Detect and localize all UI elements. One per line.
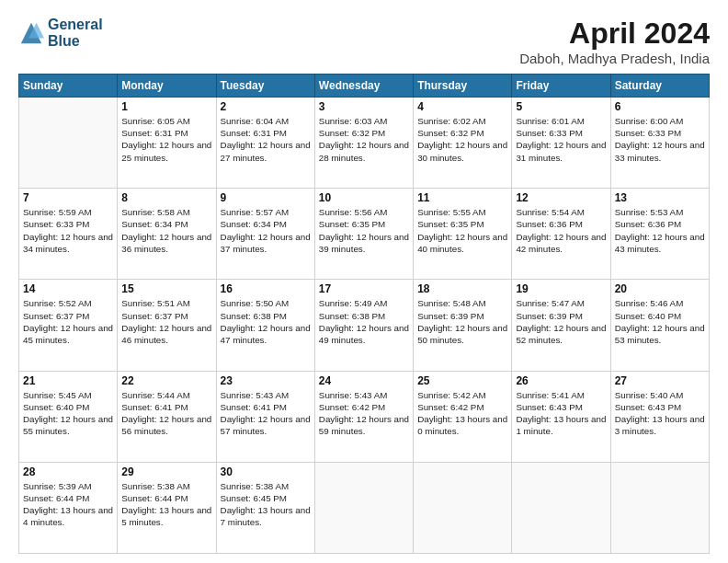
logo-line2: Blue — [48, 33, 103, 50]
col-saturday: Saturday — [610, 75, 709, 98]
logo-icon — [18, 20, 44, 46]
day-number: 22 — [121, 374, 211, 387]
day-cell: 24Sunrise: 5:43 AM Sunset: 6:42 PM Dayli… — [314, 371, 413, 462]
day-info: Sunrise: 5:45 AM Sunset: 6:40 PM Dayligh… — [23, 389, 113, 438]
day-info: Sunrise: 5:59 AM Sunset: 6:33 PM Dayligh… — [23, 206, 113, 255]
page: General Blue April 2024 Daboh, Madhya Pr… — [0, 0, 728, 563]
day-info: Sunrise: 5:46 AM Sunset: 6:40 PM Dayligh… — [615, 297, 705, 346]
day-cell: 13Sunrise: 5:53 AM Sunset: 6:36 PM Dayli… — [610, 189, 709, 280]
day-cell: 5Sunrise: 6:01 AM Sunset: 6:33 PM Daylig… — [512, 98, 610, 189]
day-cell — [512, 462, 610, 553]
day-number: 6 — [615, 100, 705, 113]
day-info: Sunrise: 5:40 AM Sunset: 6:43 PM Dayligh… — [615, 389, 705, 438]
day-number: 15 — [121, 282, 211, 295]
day-info: Sunrise: 5:53 AM Sunset: 6:36 PM Dayligh… — [615, 206, 705, 255]
day-info: Sunrise: 5:39 AM Sunset: 6:44 PM Dayligh… — [23, 480, 113, 529]
day-cell: 15Sunrise: 5:51 AM Sunset: 6:37 PM Dayli… — [118, 280, 216, 371]
day-info: Sunrise: 5:47 AM Sunset: 6:39 PM Dayligh… — [516, 297, 606, 346]
day-info: Sunrise: 6:00 AM Sunset: 6:33 PM Dayligh… — [615, 115, 705, 164]
week-row-1: 7Sunrise: 5:59 AM Sunset: 6:33 PM Daylig… — [19, 189, 710, 280]
day-cell: 11Sunrise: 5:55 AM Sunset: 6:35 PM Dayli… — [414, 189, 512, 280]
day-info: Sunrise: 6:04 AM Sunset: 6:31 PM Dayligh… — [221, 115, 311, 164]
day-info: Sunrise: 5:54 AM Sunset: 6:36 PM Dayligh… — [516, 206, 606, 255]
day-cell: 29Sunrise: 5:38 AM Sunset: 6:44 PM Dayli… — [118, 462, 216, 553]
day-number: 1 — [121, 100, 211, 113]
day-number: 17 — [319, 282, 409, 295]
day-number: 3 — [319, 100, 409, 113]
day-number: 10 — [319, 191, 409, 204]
col-monday: Monday — [118, 75, 216, 98]
day-cell: 28Sunrise: 5:39 AM Sunset: 6:44 PM Dayli… — [19, 462, 118, 553]
day-cell: 17Sunrise: 5:49 AM Sunset: 6:38 PM Dayli… — [314, 280, 413, 371]
day-number: 5 — [516, 100, 606, 113]
day-number: 9 — [221, 191, 311, 204]
day-cell — [414, 462, 512, 553]
day-number: 25 — [417, 374, 507, 387]
day-info: Sunrise: 5:41 AM Sunset: 6:43 PM Dayligh… — [516, 389, 606, 438]
week-row-0: 1Sunrise: 6:05 AM Sunset: 6:31 PM Daylig… — [19, 98, 710, 189]
day-info: Sunrise: 6:02 AM Sunset: 6:32 PM Dayligh… — [417, 115, 507, 164]
day-cell: 27Sunrise: 5:40 AM Sunset: 6:43 PM Dayli… — [610, 371, 709, 462]
day-number: 24 — [319, 374, 409, 387]
day-number: 21 — [23, 374, 113, 387]
day-number: 4 — [417, 100, 507, 113]
day-number: 12 — [516, 191, 606, 204]
day-cell: 20Sunrise: 5:46 AM Sunset: 6:40 PM Dayli… — [610, 280, 709, 371]
header: General Blue April 2024 Daboh, Madhya Pr… — [18, 17, 710, 66]
day-number: 18 — [417, 282, 507, 295]
week-row-2: 14Sunrise: 5:52 AM Sunset: 6:37 PM Dayli… — [19, 280, 710, 371]
day-number: 8 — [121, 191, 211, 204]
day-info: Sunrise: 6:05 AM Sunset: 6:31 PM Dayligh… — [121, 115, 211, 164]
calendar-body: 1Sunrise: 6:05 AM Sunset: 6:31 PM Daylig… — [19, 98, 710, 554]
day-cell: 7Sunrise: 5:59 AM Sunset: 6:33 PM Daylig… — [19, 189, 118, 280]
day-cell: 19Sunrise: 5:47 AM Sunset: 6:39 PM Dayli… — [512, 280, 610, 371]
day-info: Sunrise: 5:44 AM Sunset: 6:41 PM Dayligh… — [121, 389, 211, 438]
day-info: Sunrise: 5:56 AM Sunset: 6:35 PM Dayligh… — [319, 206, 409, 255]
col-thursday: Thursday — [414, 75, 512, 98]
day-cell: 10Sunrise: 5:56 AM Sunset: 6:35 PM Dayli… — [314, 189, 413, 280]
col-wednesday: Wednesday — [314, 75, 413, 98]
subtitle: Daboh, Madhya Pradesh, India — [519, 51, 710, 66]
day-cell: 4Sunrise: 6:02 AM Sunset: 6:32 PM Daylig… — [414, 98, 512, 189]
day-number: 30 — [221, 465, 311, 478]
day-number: 20 — [615, 282, 705, 295]
day-number: 29 — [121, 465, 211, 478]
day-info: Sunrise: 5:55 AM Sunset: 6:35 PM Dayligh… — [417, 206, 507, 255]
day-info: Sunrise: 5:49 AM Sunset: 6:38 PM Dayligh… — [319, 297, 409, 346]
title-block: April 2024 Daboh, Madhya Pradesh, India — [519, 17, 710, 66]
day-info: Sunrise: 5:42 AM Sunset: 6:42 PM Dayligh… — [417, 389, 507, 438]
day-cell: 8Sunrise: 5:58 AM Sunset: 6:34 PM Daylig… — [118, 189, 216, 280]
col-sunday: Sunday — [19, 75, 118, 98]
day-info: Sunrise: 6:03 AM Sunset: 6:32 PM Dayligh… — [319, 115, 409, 164]
day-cell: 25Sunrise: 5:42 AM Sunset: 6:42 PM Dayli… — [414, 371, 512, 462]
day-info: Sunrise: 5:51 AM Sunset: 6:37 PM Dayligh… — [121, 297, 211, 346]
day-cell: 1Sunrise: 6:05 AM Sunset: 6:31 PM Daylig… — [118, 98, 216, 189]
day-info: Sunrise: 5:48 AM Sunset: 6:39 PM Dayligh… — [417, 297, 507, 346]
day-cell — [610, 462, 709, 553]
day-info: Sunrise: 6:01 AM Sunset: 6:33 PM Dayligh… — [516, 115, 606, 164]
day-number: 26 — [516, 374, 606, 387]
day-number: 13 — [615, 191, 705, 204]
calendar-table: Sunday Monday Tuesday Wednesday Thursday… — [18, 74, 710, 554]
day-cell: 2Sunrise: 6:04 AM Sunset: 6:31 PM Daylig… — [216, 98, 314, 189]
day-number: 16 — [221, 282, 311, 295]
day-cell — [314, 462, 413, 553]
week-row-3: 21Sunrise: 5:45 AM Sunset: 6:40 PM Dayli… — [19, 371, 710, 462]
day-cell: 12Sunrise: 5:54 AM Sunset: 6:36 PM Dayli… — [512, 189, 610, 280]
day-number: 23 — [221, 374, 311, 387]
day-cell: 16Sunrise: 5:50 AM Sunset: 6:38 PM Dayli… — [216, 280, 314, 371]
day-info: Sunrise: 5:57 AM Sunset: 6:34 PM Dayligh… — [221, 206, 311, 255]
day-number: 14 — [23, 282, 113, 295]
day-cell: 22Sunrise: 5:44 AM Sunset: 6:41 PM Dayli… — [118, 371, 216, 462]
col-tuesday: Tuesday — [216, 75, 314, 98]
logo: General Blue — [18, 17, 103, 49]
day-info: Sunrise: 5:38 AM Sunset: 6:44 PM Dayligh… — [121, 480, 211, 529]
day-number: 28 — [23, 465, 113, 478]
day-number: 11 — [417, 191, 507, 204]
day-cell: 23Sunrise: 5:43 AM Sunset: 6:41 PM Dayli… — [216, 371, 314, 462]
day-number: 19 — [516, 282, 606, 295]
day-cell: 30Sunrise: 5:38 AM Sunset: 6:45 PM Dayli… — [216, 462, 314, 553]
day-number: 7 — [23, 191, 113, 204]
main-title: April 2024 — [519, 17, 710, 51]
header-row: Sunday Monday Tuesday Wednesday Thursday… — [19, 75, 710, 98]
